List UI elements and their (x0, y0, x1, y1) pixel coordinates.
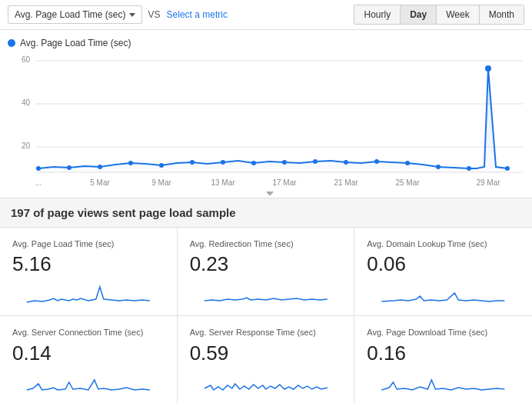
svg-point-10 (128, 161, 133, 165)
metric-value-1: 0.23 (190, 252, 342, 276)
chart-svg-container: 60 40 20 (8, 53, 524, 198)
main-chart-svg: 60 40 20 (8, 53, 524, 195)
svg-text:21 Mar: 21 Mar (334, 178, 358, 187)
time-btn-month[interactable]: Month (480, 5, 524, 24)
chart-legend: Avg. Page Load Time (sec) (8, 38, 524, 48)
mini-chart-3 (12, 368, 165, 396)
metric-value-3: 0.14 (12, 341, 165, 365)
metric-card-3: Avg. Server Connection Time (sec) 0.14 (0, 316, 178, 403)
time-buttons-group: Hourly Day Week Month (354, 5, 524, 25)
time-btn-week[interactable]: Week (437, 5, 479, 24)
metric-title-5: Avg. Page Download Time (sec) (367, 327, 520, 338)
svg-marker-32 (266, 192, 274, 195)
svg-point-23 (505, 166, 510, 171)
metrics-grid: Avg. Page Load Time (sec) 5.16 Avg. Redi… (0, 228, 532, 403)
svg-point-20 (436, 165, 441, 169)
svg-text:17 Mar: 17 Mar (272, 178, 297, 187)
metric-title-0: Avg. Page Load Time (sec) (12, 238, 165, 249)
svg-point-22 (485, 65, 491, 72)
metric-dropdown-label: Avg. Page Load Time (sec) (15, 9, 126, 20)
summary-text: 197 of page views sent page load sample (11, 206, 236, 219)
svg-text:5 Mar: 5 Mar (90, 178, 110, 187)
metric-title-3: Avg. Server Connection Time (sec) (12, 327, 165, 338)
svg-text:13 Mar: 13 Mar (211, 178, 235, 187)
chart-legend-label: Avg. Page Load Time (sec) (20, 38, 131, 48)
svg-point-15 (282, 160, 287, 165)
svg-point-11 (159, 163, 164, 168)
mini-chart-5 (367, 368, 520, 396)
chart-area: Avg. Page Load Time (sec) 60 40 20 (0, 30, 532, 198)
svg-text:60: 60 (22, 55, 31, 64)
summary-bar: 197 of page views sent page load sample (0, 198, 532, 228)
svg-text:20: 20 (22, 142, 31, 150)
svg-text:9 Mar: 9 Mar (151, 178, 171, 187)
svg-text:29 Mar: 29 Mar (476, 178, 500, 187)
svg-text:...: ... (35, 178, 42, 187)
time-btn-hourly[interactable]: Hourly (354, 5, 401, 24)
metric-dropdown[interactable]: Avg. Page Load Time (sec) (8, 5, 142, 24)
metric-value-2: 0.06 (367, 252, 520, 276)
metric-value-4: 0.59 (190, 341, 342, 365)
metric-value-5: 0.16 (367, 341, 520, 365)
svg-point-13 (221, 160, 225, 165)
metric-card-5: Avg. Page Download Time (sec) 0.16 (354, 316, 532, 403)
svg-point-7 (36, 166, 41, 171)
svg-text:40: 40 (22, 98, 31, 107)
select-metric-link[interactable]: Select a metric (167, 9, 228, 20)
svg-point-14 (251, 161, 256, 165)
svg-point-19 (405, 161, 410, 165)
metric-title-4: Avg. Server Response Time (sec) (190, 327, 342, 338)
mini-chart-2 (367, 279, 520, 307)
svg-point-12 (190, 160, 195, 165)
metric-card-2: Avg. Domain Lookup Time (sec) 0.06 (354, 228, 532, 316)
svg-point-21 (467, 166, 471, 171)
metric-title-1: Avg. Redirection Time (sec) (190, 238, 342, 249)
mini-chart-0 (12, 279, 165, 307)
mini-chart-4 (190, 368, 342, 396)
svg-point-8 (67, 165, 71, 170)
svg-point-16 (313, 159, 318, 164)
mini-chart-1 (190, 279, 342, 307)
metric-value-0: 5.16 (12, 252, 165, 276)
metric-card-4: Avg. Server Response Time (sec) 0.59 (178, 316, 355, 403)
legend-dot-icon (8, 39, 15, 47)
svg-point-18 (374, 159, 379, 164)
time-btn-day[interactable]: Day (401, 5, 437, 24)
dropdown-arrow-icon (129, 13, 135, 17)
svg-text:25 Mar: 25 Mar (395, 178, 420, 187)
metric-card-1: Avg. Redirection Time (sec) 0.23 (178, 228, 355, 316)
metric-title-2: Avg. Domain Lookup Time (sec) (367, 238, 520, 249)
svg-point-17 (344, 160, 348, 165)
svg-point-9 (98, 165, 102, 169)
vs-label: VS (148, 9, 161, 20)
metric-card-0: Avg. Page Load Time (sec) 5.16 (0, 228, 178, 316)
toolbar: Avg. Page Load Time (sec) VS Select a me… (0, 0, 532, 30)
